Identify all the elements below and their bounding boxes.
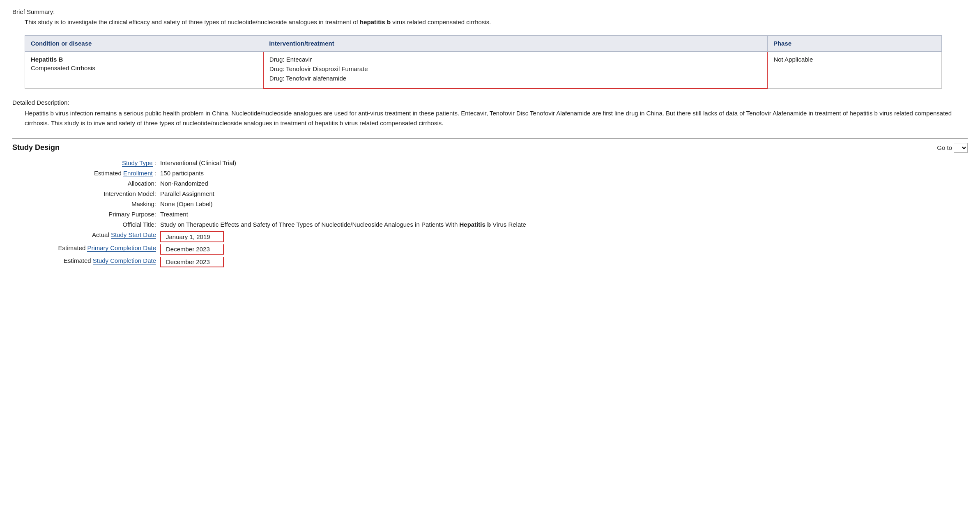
field-value-allocation: Non-Randomized [160, 180, 208, 187]
field-label-primary-purpose: Primary Purpose: [21, 211, 160, 218]
goto-label: Go to [937, 144, 952, 151]
study-type-link[interactable]: Study Type [122, 159, 153, 167]
field-label-masking: Masking: [21, 200, 160, 207]
field-official-title: Official Title: Study on Therapeutic Eff… [21, 221, 968, 228]
field-primary-purpose: Primary Purpose: Treatment [21, 211, 968, 218]
study-start-date-value: January 1, 2019 [166, 233, 210, 240]
field-study-start-date: Actual Study Start Date January 1, 2019 [21, 231, 968, 242]
date-box-completion: December 2023 [160, 257, 224, 267]
detailed-description-section: Detailed Description: Hepatitis b virus … [12, 99, 968, 128]
detailed-description-text: Hepatitis b virus infection remains a se… [25, 108, 968, 128]
condition-secondary: Compensated Cirrhosis [31, 64, 257, 71]
enrollment-link[interactable]: Enrollment [123, 170, 153, 177]
field-label-study-completion-date: Estimated Study Completion Date [21, 257, 160, 264]
study-design-title: Study Design [12, 143, 60, 152]
brief-summary-label: Brief Summary: [12, 8, 968, 15]
field-label-primary-completion-date: Estimated Primary Completion Date [21, 244, 160, 251]
field-label-study-type: Study Type : [21, 159, 160, 166]
field-value-primary-purpose: Treatment [160, 211, 188, 218]
field-allocation: Allocation: Non-Randomized [21, 180, 968, 187]
study-completion-date-value: December 2023 [166, 258, 210, 265]
drug-item-1: Drug: Entecavir [269, 56, 761, 63]
primary-completion-date-link[interactable]: Primary Completion Date [87, 244, 156, 252]
dates-section: Actual Study Start Date January 1, 2019 … [21, 231, 968, 267]
condition-cell: Hepatitis B Compensated Cirrhosis [25, 51, 263, 89]
field-enrollment: Estimated Enrollment : 150 participants [21, 170, 968, 177]
primary-completion-date-value: December 2023 [166, 246, 210, 253]
study-fields: Study Type : Interventional (Clinical Tr… [21, 159, 968, 267]
field-primary-completion-date: Estimated Primary Completion Date Decemb… [21, 244, 968, 255]
field-label-enrollment: Estimated Enrollment : [21, 170, 160, 177]
goto-area: Go to [937, 143, 968, 153]
official-title-bold: Hepatitis b [460, 221, 491, 228]
field-value-masking: None (Open Label) [160, 200, 213, 207]
brief-summary-section: Brief Summary: This study is to investig… [12, 8, 968, 27]
detailed-description-label: Detailed Description: [12, 99, 968, 106]
phase-header: Phase [767, 35, 941, 51]
field-value-study-type: Interventional (Clinical Trial) [160, 159, 236, 166]
phase-cell: Not Applicable [767, 51, 941, 89]
study-start-date-link[interactable]: Study Start Date [111, 231, 156, 239]
field-value-enrollment: 150 participants [160, 170, 204, 177]
condition-header: Condition or disease [25, 35, 263, 51]
field-intervention-model: Intervention Model: Parallel Assignment [21, 190, 968, 197]
field-label-study-start-date: Actual Study Start Date [21, 231, 160, 238]
field-study-completion-date: Estimated Study Completion Date December… [21, 257, 968, 267]
field-label-official-title: Official Title: [21, 221, 160, 228]
field-label-allocation: Allocation: [21, 180, 160, 187]
drug-item-3: Drug: Tenofovir alafenamide [269, 75, 761, 82]
study-design-section: Study Design Go to Study Type : Interven… [12, 138, 968, 267]
intervention-header: Intervention/treatment [263, 35, 768, 51]
field-label-intervention-model: Intervention Model: [21, 190, 160, 197]
condition-primary: Hepatitis B [31, 56, 257, 63]
date-box-primary: December 2023 [160, 244, 224, 255]
study-completion-date-link[interactable]: Study Completion Date [93, 257, 156, 264]
date-box-start: January 1, 2019 [160, 231, 224, 242]
field-masking: Masking: None (Open Label) [21, 200, 968, 207]
hepatitis-b-bold: hepatitis b [360, 18, 391, 25]
intervention-cell: Drug: Entecavir Drug: Tenofovir Disoprox… [263, 51, 768, 89]
brief-summary-text: This study is to investigate the clinica… [25, 18, 968, 27]
goto-dropdown[interactable] [954, 143, 968, 153]
drug-item-2: Drug: Tenofovir Disoproxil Fumarate [269, 65, 761, 72]
study-design-header: Study Design Go to [12, 138, 968, 153]
condition-table: Condition or disease Intervention/treatm… [25, 35, 942, 89]
table-row: Hepatitis B Compensated Cirrhosis Drug: … [25, 51, 942, 89]
field-value-official-title: Study on Therapeutic Effects and Safety … [160, 221, 526, 228]
field-study-type: Study Type : Interventional (Clinical Tr… [21, 159, 968, 166]
field-value-intervention-model: Parallel Assignment [160, 190, 214, 197]
